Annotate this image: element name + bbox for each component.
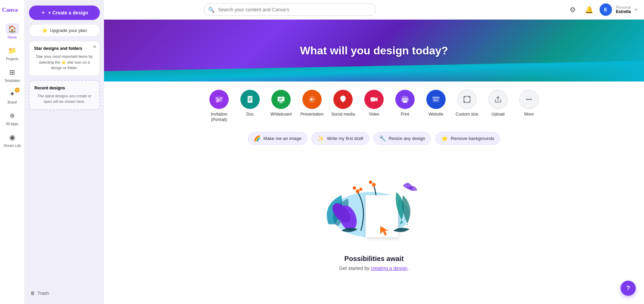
sidebar-item-projects[interactable]: 📁 Projects [0, 42, 24, 64]
recent-designs-card: Recent designs The latest designs you cr… [29, 80, 100, 110]
user-avatar[interactable]: E [600, 3, 612, 16]
tool-invitation-label: Invitation(Portrait) [211, 112, 227, 122]
ai-chip-remove-bg[interactable]: ⭐ Remove backgrounds [435, 132, 500, 145]
ai-chip-make-image[interactable]: 🌈 Make me an image [248, 132, 308, 145]
tool-social-media[interactable]: Social media [331, 90, 355, 117]
flower-illustration [315, 165, 426, 241]
create-plus-icon: ＋ [41, 10, 45, 16]
svg-rect-17 [437, 100, 438, 101]
svg-point-2 [216, 100, 219, 102]
invitation-icon-circle [209, 90, 229, 109]
search-bar: 🔍 [204, 3, 376, 16]
create-design-button[interactable]: ＋ + Create a design [29, 6, 100, 20]
bell-icon: 🔔 [585, 6, 593, 14]
user-info: Personal Estrella [616, 5, 631, 14]
svg-rect-16 [437, 99, 438, 100]
tool-print[interactable]: Print [393, 90, 417, 117]
user-chevron-icon[interactable]: ▾ [635, 7, 637, 12]
sidebar: Canva 🏠 Home 📁 Projects ⊞ Templates ★ ✦ … [0, 0, 25, 304]
home-icon: 🏠 [8, 25, 17, 33]
notifications-button[interactable]: 🔔 [583, 3, 595, 16]
user-plan: Personal [616, 5, 631, 9]
tool-custom-size-label: Custom size [456, 112, 478, 117]
left-panel: ＋ + Create a design ⭐ Upgrade your plan … [25, 0, 104, 304]
possibilities-subtitle: Get started by creating a design. [339, 265, 409, 271]
sidebar-item-apps[interactable]: ⊕ 89 Apps [0, 107, 24, 129]
svg-rect-12 [403, 101, 407, 103]
svg-point-19 [526, 99, 528, 100]
tool-invitation[interactable]: Invitation(Portrait) [207, 90, 231, 122]
sidebar-item-projects-label: Projects [6, 57, 18, 61]
help-button[interactable]: ? [621, 281, 636, 296]
svg-point-20 [528, 99, 530, 100]
dream-lab-icon: ◉ [9, 133, 15, 141]
svg-point-25 [356, 189, 360, 193]
hero-banner: What will you design today? [104, 20, 644, 82]
recent-card-description: The latest designs you create or open wi… [34, 93, 94, 105]
svg-point-28 [372, 183, 376, 187]
tools-grid: Invitation(Portrait) Doc Whiteboard Pres… [118, 90, 630, 122]
header-right: ⚙ 🔔 E Personal Estrella ▾ [567, 3, 637, 16]
possibilities-title: Possibilities await [344, 255, 404, 263]
upgrade-star-icon: ⭐ [42, 28, 48, 33]
brand-badge: ★ [15, 88, 20, 93]
trash-label: Trash [38, 291, 49, 296]
recent-card-title: Recent designs [34, 86, 94, 90]
tool-video-label: Video [369, 112, 379, 117]
star-card-description: Star your most important items by select… [34, 54, 95, 71]
whiteboard-icon-circle [271, 90, 291, 109]
possibilities-subtitle-end: . [407, 265, 409, 271]
write-draft-icon: ✨ [317, 135, 324, 142]
write-draft-label: Write my first draft [327, 136, 363, 141]
upgrade-plan-button[interactable]: ⭐ Upgrade your plan [29, 24, 100, 37]
svg-text:Canva: Canva [2, 7, 18, 13]
svg-point-29 [369, 181, 372, 184]
social-media-icon-circle [333, 90, 353, 109]
tool-website[interactable]: Website [424, 90, 448, 117]
tool-presentation[interactable]: Presentation [300, 90, 324, 117]
upgrade-plan-label: Upgrade your plan [50, 28, 87, 33]
canva-logo[interactable]: Canva [0, 3, 25, 18]
sidebar-item-apps-label: 89 Apps [6, 122, 18, 126]
svg-point-26 [353, 186, 356, 189]
tool-custom-size[interactable]: Custom size [455, 90, 479, 117]
tool-video[interactable]: Video [362, 90, 386, 117]
tool-more[interactable]: More [517, 90, 541, 117]
doc-icon-circle [240, 90, 260, 109]
tool-doc[interactable]: Doc [238, 90, 262, 117]
tool-upload-label: Upload [491, 112, 505, 117]
sidebar-item-brand[interactable]: ★ ✦ Brand [0, 86, 24, 107]
video-icon-circle [364, 90, 384, 109]
remove-bg-label: Remove backgrounds [451, 136, 494, 141]
make-image-label: Make me an image [263, 136, 302, 141]
svg-point-21 [530, 99, 532, 100]
ai-chip-write-draft[interactable]: ✨ Write my first draft [311, 132, 369, 145]
tool-doc-label: Doc [246, 112, 253, 117]
settings-button[interactable]: ⚙ [567, 3, 579, 16]
tool-whiteboard[interactable]: Whiteboard [269, 90, 293, 117]
sidebar-item-home[interactable]: 🏠 Home [0, 21, 24, 42]
more-icon-circle [519, 90, 539, 109]
search-input[interactable] [204, 3, 376, 16]
tool-whiteboard-label: Whiteboard [270, 112, 291, 117]
ai-chip-resize[interactable]: 🔧 Resize any design [373, 132, 431, 145]
trash-icon: 🗑 [30, 291, 35, 296]
sidebar-item-brand-label: Brand [8, 100, 17, 105]
sidebar-item-dream-lab[interactable]: ◉ Dream Lab [0, 129, 24, 151]
templates-icon: ⊞ [9, 68, 15, 76]
possibilities-subtitle-start: Get started by [339, 265, 371, 271]
upload-icon-circle [488, 90, 508, 109]
main-content: 🔍 ⚙ 🔔 E Personal Estrella ▾ What will yo… [104, 0, 644, 304]
sidebar-item-templates[interactable]: ⊞ Templates [0, 64, 24, 86]
possibilities-section: Possibilities await Get started by creat… [104, 152, 644, 304]
sidebar-item-home-label: Home [8, 35, 17, 40]
star-card-close-button[interactable]: ✕ [93, 44, 97, 50]
sidebar-item-dream-lab-label: Dream Lab [4, 144, 21, 148]
tool-upload[interactable]: Upload [486, 90, 510, 117]
trash-link[interactable]: 🗑 Trash [29, 288, 100, 298]
creating-design-link[interactable]: creating a design [371, 265, 408, 271]
tool-website-label: Website [428, 112, 443, 117]
resize-icon: 🔧 [379, 135, 386, 142]
brand-icon: ✦ [9, 90, 15, 98]
remove-bg-icon: ⭐ [441, 135, 448, 142]
